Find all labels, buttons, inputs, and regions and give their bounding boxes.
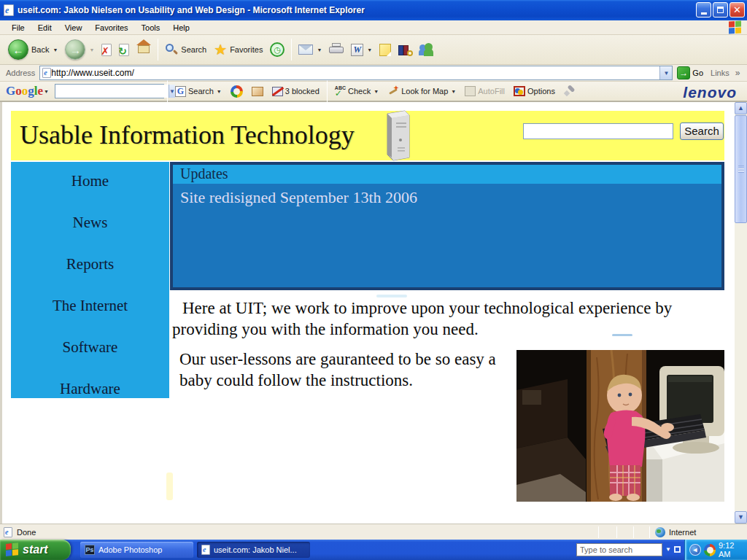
search-button[interactable]: Search: [161, 42, 210, 58]
edit-artifact: [166, 472, 173, 500]
favorites-star-icon: ★: [214, 43, 227, 56]
history-icon: ◷: [270, 42, 285, 57]
sidebar-item-software[interactable]: Software: [11, 338, 169, 357]
links-overflow-icon[interactable]: »: [735, 68, 740, 78]
word-dropdown-icon[interactable]: ▼: [367, 47, 372, 52]
tray-google-icon[interactable]: [704, 544, 716, 556]
menu-edit[interactable]: Edit: [32, 22, 58, 34]
start-button[interactable]: start: [0, 540, 71, 560]
clock[interactable]: 9:12 AM: [719, 541, 747, 559]
sidebar-item-reports[interactable]: Reports: [11, 255, 169, 273]
scroll-down-button[interactable]: ▼: [735, 511, 747, 524]
tray-media-icon[interactable]: ◄: [689, 544, 701, 556]
popup-blocked-label: 3 blocked: [285, 87, 320, 96]
popup-blocker-button[interactable]: 3 blocked: [268, 87, 324, 96]
taskbar-item-photoshop[interactable]: Ps Adobe Photoshop: [80, 542, 193, 558]
address-input[interactable]: [51, 68, 659, 78]
ie-window-icon: e: [4, 4, 14, 16]
site-nav-sidebar: Home News Reports The Internet Software …: [11, 162, 169, 398]
taskbar-search-dropdown-icon[interactable]: ▼: [665, 546, 671, 553]
sidebar-item-internet[interactable]: The Internet: [11, 297, 169, 315]
messenger-button[interactable]: [415, 42, 437, 58]
mail-button[interactable]: ▼: [295, 43, 325, 56]
toolbar-separator: [327, 80, 328, 102]
address-dropdown-icon[interactable]: ▼: [659, 66, 672, 79]
status-page-icon: e: [4, 527, 12, 537]
intro-paragraph: Here at UIT; we work to improve upon you…: [172, 298, 716, 340]
print-button[interactable]: [325, 42, 347, 58]
taskbar-search-window-icon[interactable]: [674, 546, 681, 553]
menu-favorites[interactable]: Favorites: [89, 22, 133, 34]
menu-file[interactable]: File: [6, 22, 31, 34]
links-label[interactable]: Links: [711, 69, 729, 77]
home-button[interactable]: [133, 41, 155, 58]
minimize-icon: [701, 12, 707, 15]
options-button[interactable]: Options: [509, 86, 560, 96]
refresh-button[interactable]: ↻: [115, 42, 133, 58]
restore-button[interactable]: [713, 2, 728, 18]
google-logo[interactable]: Google: [6, 84, 43, 98]
look-for-map-dropdown-icon[interactable]: ▼: [451, 89, 456, 94]
pagerank-button[interactable]: [226, 85, 247, 98]
back-button[interactable]: ← Back ▼: [4, 38, 61, 61]
taskbar-search-input[interactable]: [580, 545, 653, 554]
notes-button[interactable]: [376, 42, 395, 58]
close-button[interactable]: ✕: [729, 2, 745, 18]
windows-logo-icon: [729, 20, 741, 34]
restore-icon: [717, 7, 724, 13]
stop-button[interactable]: ✗: [98, 42, 115, 58]
google-logo-dropdown-icon[interactable]: ▼: [44, 89, 49, 94]
look-for-map-button[interactable]: ✦ Look for Map ▼: [383, 85, 460, 97]
menu-view[interactable]: View: [59, 22, 88, 34]
popup-blocked-icon: [272, 87, 283, 96]
autofill-label: AutoFill: [478, 87, 505, 96]
sidebar-item-hardware[interactable]: Hardware: [11, 380, 169, 398]
task-label: useit.com: Jakob Niel...: [214, 545, 297, 554]
site-search-input[interactable]: [523, 123, 673, 139]
taskbar-search-wrap: [576, 543, 662, 556]
history-button[interactable]: ◷: [266, 41, 288, 58]
site-search-button[interactable]: Search: [680, 122, 724, 140]
research-icon: [398, 44, 411, 55]
stop-icon: ✗: [101, 44, 112, 56]
minimize-button[interactable]: [696, 2, 711, 18]
highlighter-button[interactable]: [560, 85, 580, 97]
menu-help[interactable]: Help: [167, 22, 196, 34]
thumb-grip-icon: [738, 166, 744, 166]
window-title: useit.com: Jakob Nielsen on Usability an…: [18, 5, 365, 15]
search-icon: [165, 43, 178, 56]
print-icon: [329, 46, 344, 56]
scrollbar-thumb[interactable]: [735, 115, 747, 223]
back-dropdown-icon[interactable]: ▼: [53, 47, 58, 52]
research-button[interactable]: [395, 42, 415, 57]
mail-icon: [298, 44, 313, 55]
wand-icon: ✦: [387, 85, 399, 97]
scroll-up-button[interactable]: ▲: [735, 102, 747, 114]
forward-button[interactable]: → ▼: [61, 38, 98, 61]
spellcheck-dropdown-icon[interactable]: ▼: [374, 89, 379, 94]
google-search-button[interactable]: G Search ▼: [171, 86, 226, 97]
photoshop-icon: Ps: [85, 545, 95, 555]
status-bar: e Done Internet: [0, 524, 747, 540]
home-icon: [136, 45, 151, 57]
news-button[interactable]: [247, 87, 268, 96]
start-label: start: [23, 543, 48, 556]
address-input-wrap: e ▼: [39, 66, 673, 80]
spellcheck-button[interactable]: ABC✓ Check ▼: [330, 86, 383, 96]
google-search-input[interactable]: [55, 85, 169, 98]
toolbar-separator: [291, 39, 292, 61]
back-label: Back: [31, 45, 49, 54]
sidebar-item-home[interactable]: Home: [11, 172, 169, 190]
spellcheck-label: Check: [348, 87, 371, 96]
taskbar-item-useit[interactable]: e useit.com: Jakob Niel...: [197, 542, 310, 558]
sidebar-item-news[interactable]: News: [11, 214, 169, 232]
menu-tools[interactable]: Tools: [136, 22, 166, 34]
window-titlebar[interactable]: e useit.com: Jakob Nielsen on Usability …: [0, 0, 747, 20]
edit-with-word-button[interactable]: W ▼: [347, 42, 376, 58]
go-button[interactable]: → Go: [677, 66, 703, 79]
standard-toolbar: ← Back ▼ → ▼ ✗ ↻ Search ★ Favorites ◷: [0, 35, 747, 65]
mail-dropdown-icon[interactable]: ▼: [317, 47, 322, 52]
vertical-scrollbar[interactable]: ▲ ▼: [735, 102, 747, 524]
google-search-more-icon[interactable]: ▼: [217, 89, 222, 94]
favorites-button[interactable]: ★ Favorites: [210, 42, 266, 58]
